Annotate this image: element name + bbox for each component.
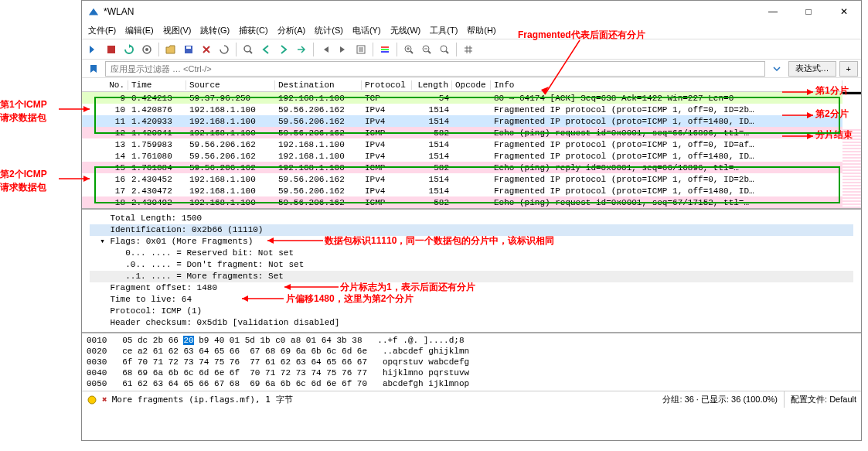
close-button[interactable]: ✕ [833, 4, 855, 19]
hex-row: 0040 68 69 6a 6b 6c 6d 6e 6f 70 71 72 73… [87, 367, 856, 378]
expression-button[interactable]: 表达式… [788, 61, 836, 77]
packet-list-header: No. Time Source Destination Protocol Len… [82, 78, 861, 92]
packet-row[interactable]: 151.76108459.56.206.162192.168.1.100ICMP… [82, 162, 861, 173]
menu-telephony[interactable]: 电话(Y) [352, 25, 381, 36]
svg-rect-9 [381, 49, 389, 50]
packet-row[interactable]: 131.75998359.56.206.162192.168.1.100IPv4… [82, 138, 861, 150]
hex-row: 0030 6f 70 71 72 73 74 75 76 77 61 62 63… [87, 357, 856, 367]
close-file-icon[interactable] [198, 41, 215, 58]
open-icon[interactable] [162, 41, 179, 58]
col-src[interactable]: Source [186, 80, 275, 90]
bookmark-icon[interactable] [85, 60, 102, 77]
detail-identification[interactable]: Identification: 0x2b66 (11110) [90, 224, 853, 236]
detail-flags[interactable]: ▾ Flags: 0x01 (More Fragments) [90, 236, 853, 248]
status-text: More fragments (ip.flags.mf), 1 字节 [112, 394, 293, 405]
col-opcode[interactable]: Opcode [452, 80, 491, 90]
status-profile[interactable]: 配置文件: Default [791, 394, 856, 405]
hex-row: 0010 05 dc 2b 66 20 b9 40 01 5d 1b c0 a8… [87, 335, 856, 346]
start-capture-icon[interactable] [85, 41, 102, 58]
next-icon[interactable] [275, 41, 292, 58]
svg-rect-4 [186, 46, 191, 49]
col-proto[interactable]: Protocol [362, 80, 412, 90]
maximize-button[interactable]: □ [798, 4, 819, 19]
menu-jump[interactable]: 跳转(G) [200, 25, 230, 36]
detail-dont-fragment[interactable]: .0.. .... = Don't fragment: Not set [90, 259, 853, 271]
minimap-sidebar[interactable] [842, 92, 861, 208]
minimize-button[interactable]: — [762, 4, 784, 19]
status-warn-icon: ✖ [102, 395, 107, 405]
annotation-icmp2: 第2个ICMP 请求数据包 [0, 168, 47, 194]
menu-analyze[interactable]: 分析(A) [277, 25, 306, 36]
svg-rect-8 [381, 46, 389, 48]
menu-wireless[interactable]: 无线(W) [390, 25, 421, 36]
goto-icon[interactable] [293, 41, 310, 58]
window-title: *WLAN [104, 6, 762, 17]
packet-details-pane[interactable]: Total Length: 1500 Identification: 0x2b6… [82, 210, 861, 333]
menu-edit[interactable]: 编辑(E) [125, 25, 154, 36]
svg-line-12 [410, 51, 413, 53]
app-icon [88, 6, 99, 17]
svg-point-17 [88, 396, 96, 404]
menu-help[interactable]: 帮助(H) [467, 25, 495, 36]
menubar: 文件(F) 编辑(E) 视图(V) 跳转(G) 捕获(C) 分析(A) 统计(S… [82, 22, 861, 39]
svg-rect-0 [107, 46, 115, 53]
stop-capture-icon[interactable] [103, 41, 120, 58]
zoom-reset-icon[interactable] [436, 41, 453, 58]
packet-list-pane: No. Time Source Destination Protocol Len… [82, 78, 861, 210]
last-icon[interactable] [335, 41, 352, 58]
add-filter-button[interactable]: + [839, 61, 858, 77]
col-len[interactable]: Length [412, 80, 452, 90]
resize-icon[interactable] [460, 41, 477, 58]
filter-dropdown-icon[interactable] [768, 60, 785, 77]
menu-file[interactable]: 文件(F) [88, 25, 116, 36]
detail-fragment-offset[interactable]: Fragment offset: 1480 [90, 282, 853, 294]
detail-more-fragments[interactable]: ..1. .... = More fragments: Set [90, 271, 853, 282]
wireshark-window: *WLAN — □ ✕ 文件(F) 编辑(E) 视图(V) 跳转(G) 捕获(C… [81, 0, 862, 441]
colorize-icon[interactable] [376, 41, 393, 58]
packet-row[interactable]: 90.42421359.37.96.250192.168.1.100TCP548… [82, 92, 861, 104]
svg-line-16 [446, 51, 448, 53]
reload-icon[interactable] [216, 41, 233, 58]
col-dst[interactable]: Destination [275, 80, 362, 90]
svg-point-2 [145, 48, 148, 51]
svg-rect-10 [381, 51, 389, 53]
zoom-in-icon[interactable] [400, 41, 417, 58]
menu-stats[interactable]: 统计(S) [315, 25, 343, 36]
hex-row: 0020 ce a2 61 62 63 64 65 66 67 68 69 6a… [87, 346, 856, 357]
packet-row[interactable]: 121.420941192.168.1.10059.56.206.162ICMP… [82, 127, 861, 138]
col-time[interactable]: Time [128, 80, 186, 90]
packet-row[interactable]: 182.430492192.168.1.10059.56.206.162ICMP… [82, 196, 861, 208]
svg-point-15 [441, 46, 447, 52]
menu-tools[interactable]: 工具(T) [430, 25, 458, 36]
packet-row[interactable]: 111.420933192.168.1.10059.56.206.162IPv4… [82, 115, 861, 127]
titlebar: *WLAN — □ ✕ [82, 1, 861, 22]
menu-view[interactable]: 视图(V) [163, 25, 192, 36]
annotation-icmp1: 第1个ICMP 请求数据包 [0, 98, 47, 125]
col-no[interactable]: No. [82, 80, 128, 90]
options-icon[interactable] [138, 41, 155, 58]
packet-row[interactable]: 162.430452192.168.1.10059.56.206.162IPv4… [82, 173, 861, 185]
restart-capture-icon[interactable] [121, 41, 138, 58]
prev-icon[interactable] [257, 41, 274, 58]
detail-ttl[interactable]: Time to live: 64 [90, 294, 853, 306]
autoscroll-icon[interactable] [352, 41, 369, 58]
svg-point-5 [244, 46, 250, 52]
detail-checksum[interactable]: Header checksum: 0x5d1b [validation disa… [90, 317, 853, 329]
svg-line-14 [428, 51, 431, 53]
hex-dump-pane[interactable]: 0010 05 dc 2b 66 20 b9 40 01 5d 1b c0 a8… [82, 333, 861, 391]
packet-row[interactable]: 101.420876192.168.1.10059.56.206.162IPv4… [82, 104, 861, 115]
packet-row[interactable]: 172.430472192.168.1.10059.56.206.162IPv4… [82, 185, 861, 196]
packet-row[interactable]: 141.76108059.56.206.162192.168.1.100IPv4… [82, 150, 861, 162]
col-info[interactable]: Info [491, 80, 842, 90]
status-bullet-icon [87, 395, 97, 405]
packet-list-body[interactable]: 90.42421359.37.96.250192.168.1.100TCP548… [82, 92, 861, 208]
display-filter-input[interactable] [105, 61, 765, 77]
detail-total-length[interactable]: Total Length: 1500 [90, 213, 853, 224]
save-icon[interactable] [180, 41, 197, 58]
menu-capture[interactable]: 捕获(C) [239, 25, 267, 36]
zoom-out-icon[interactable] [418, 41, 435, 58]
detail-protocol[interactable]: Protocol: ICMP (1) [90, 306, 853, 317]
first-icon[interactable] [317, 41, 334, 58]
find-icon[interactable] [240, 41, 257, 58]
detail-reserved[interactable]: 0... .... = Reserved bit: Not set [90, 248, 853, 259]
